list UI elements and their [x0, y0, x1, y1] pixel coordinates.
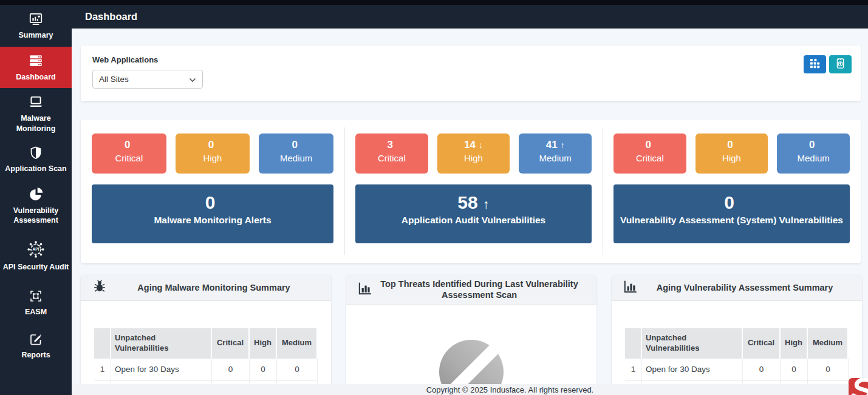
critical-count: 0	[125, 139, 130, 150]
panel-header: Top Threats Identified During Last Vulne…	[346, 275, 596, 305]
copyright-text: Copyright © 2025 Indusface. All rights r…	[426, 385, 594, 394]
sidebar-item-api-security-audit[interactable]: API API Security Audit	[0, 232, 72, 281]
severity-label: Medium	[259, 153, 333, 163]
filters-card: Web Applications All Sites	[81, 46, 861, 101]
sidebar-item-summary[interactable]: Summary	[0, 5, 72, 47]
row-critical: 0	[212, 359, 250, 380]
sidebar-item-label: Summary	[19, 30, 53, 41]
critical-count: 0	[646, 139, 651, 150]
frame-scan-icon	[29, 289, 43, 303]
support-chat-badge[interactable]	[849, 378, 868, 395]
sidebar-item-label: Application Scan	[5, 164, 66, 174]
sidebar-item-label: EASM	[25, 307, 47, 317]
table-header-high: High	[781, 328, 808, 359]
critical-stat-card[interactable]: 0 Critical	[613, 133, 686, 174]
medium-stat-card[interactable]: 0 Medium	[259, 133, 333, 174]
panel-title: Aging Malware Monitoring Summary	[114, 282, 314, 293]
total-count: 0	[724, 192, 734, 212]
severity-label: Critical	[355, 153, 428, 163]
medium-count: 0	[292, 139, 297, 150]
trend-arrow: ↑	[561, 140, 565, 150]
report-upload-icon	[835, 58, 846, 71]
stat-group-application-audit: 3 Critical 14↓ High 41↑ Medium 58↑ Appli…	[344, 120, 603, 263]
medium-count: 41	[546, 139, 558, 150]
total-label: Application Audit Vulnerabilities	[355, 215, 592, 226]
total-count: 0	[205, 192, 216, 212]
high-stat-card[interactable]: 14↓ High	[437, 133, 510, 174]
critical-stat-card[interactable]: 3 Critical	[355, 133, 428, 174]
sidebar-item-easm[interactable]: EASM	[0, 280, 72, 326]
critical-stat-card[interactable]: 0 Critical	[92, 133, 166, 174]
sidebar-item-application-scan[interactable]: Application Scan	[0, 140, 72, 180]
edit-report-icon	[29, 332, 43, 346]
table-row: 1 Open for 30 Days 0 0 0	[625, 359, 849, 380]
footer: Copyright © 2025 Indusface. All rights r…	[72, 384, 868, 395]
stats-divider	[344, 127, 345, 255]
row-medium: 0	[277, 359, 318, 380]
panel-title: Top Threats Identified During Last Vulne…	[379, 279, 579, 300]
medium-count: 0	[809, 139, 815, 150]
trend-arrow: ↓	[479, 140, 483, 150]
row-index: 1	[625, 359, 642, 380]
pie-chart-icon	[28, 186, 44, 202]
malware-monitoring-alerts-total-card[interactable]: 0 Malware Monitoring Alerts	[92, 184, 333, 243]
panel-title: Aging Vulnerability Assessment Summary	[644, 282, 845, 293]
table-header-medium: Medium	[808, 328, 849, 359]
severity-label: Critical	[613, 153, 686, 163]
row-index: 1	[94, 359, 111, 380]
severity-label: High	[437, 153, 510, 163]
web-applications-label: Web Applications	[92, 55, 158, 64]
high-count: 0	[208, 139, 214, 150]
bug-icon	[92, 279, 108, 297]
table-header-high: High	[250, 328, 277, 359]
server-stack-icon	[28, 53, 44, 69]
stats-card: 0 Critical 0 High 0 Medium 0 Malware Mon…	[81, 120, 861, 263]
sidebar: Summary Dashboard	[0, 5, 72, 395]
summary-icon	[28, 11, 44, 27]
high-stat-card[interactable]: 0 High	[176, 133, 250, 174]
high-count: 14	[464, 139, 476, 150]
bar-chart-icon	[357, 280, 373, 299]
export-report-button[interactable]	[829, 55, 852, 73]
high-stat-card[interactable]: 0 High	[695, 133, 768, 174]
site-selector-value: All Sites	[99, 75, 189, 84]
severity-label: Critical	[92, 153, 166, 163]
page-title: Dashboard	[85, 5, 137, 29]
sidebar-item-label: Vulnerability Assessment	[2, 206, 69, 226]
total-count: 58	[457, 192, 477, 212]
table-row: 1 Open for 30 Days 0 0 0	[94, 359, 318, 380]
severity-label: High	[176, 153, 250, 163]
window-top-strip	[0, 0, 868, 5]
vulnerability-assessment-system-total-card[interactable]: 0 Vulnerability Assessment (System) Vuln…	[613, 184, 850, 243]
laptop-icon	[28, 94, 44, 110]
high-count: 0	[727, 139, 733, 150]
medium-stat-card[interactable]: 0 Medium	[777, 133, 850, 174]
total-label: Malware Monitoring Alerts	[92, 215, 333, 226]
site-selector[interactable]: All Sites	[92, 70, 203, 89]
table-header-name: Unpatched Vulnerabilities	[111, 328, 212, 359]
application-audit-vulnerabilities-total-card[interactable]: 58↑ Application Audit Vulnerabilities	[355, 184, 592, 243]
customize-widgets-button[interactable]	[804, 55, 826, 73]
table-header-index	[625, 328, 642, 359]
sidebar-item-dashboard[interactable]: Dashboard	[0, 47, 72, 89]
stat-group-vulnerability-assessment: 0 Critical 0 High 0 Medium 0 Vulnerabili…	[603, 120, 861, 263]
aging-malware-monitoring-panel: Aging Malware Monitoring Summary Unpatch…	[81, 275, 331, 395]
svg-text:API: API	[33, 247, 39, 251]
row-high: 0	[781, 359, 808, 380]
table-header-index	[94, 328, 111, 359]
severity-label: Medium	[777, 153, 850, 163]
sidebar-item-label: API Security Audit	[3, 262, 69, 272]
sidebar-item-reports[interactable]: Reports	[0, 326, 72, 366]
row-name: Open for 30 Days	[642, 359, 743, 380]
aging-vulnerability-assessment-panel: Aging Vulnerability Assessment Summary U…	[612, 275, 862, 395]
sidebar-item-vulnerability-assessment[interactable]: Vulnerability Assessment	[0, 180, 72, 232]
table-header-name: Unpatched Vulnerabilities	[642, 328, 743, 359]
sidebar-item-label: Dashboard	[16, 72, 55, 83]
sidebar-item-malware-monitoring[interactable]: Malware Monitoring	[0, 88, 72, 140]
sidebar-item-label: Reports	[21, 350, 50, 360]
top-threats-panel: Top Threats Identified During Last Vulne…	[346, 275, 596, 395]
sidebar-item-label: Malware Monitoring	[2, 113, 69, 133]
shield-icon	[29, 146, 43, 160]
medium-stat-card[interactable]: 41↑ Medium	[519, 133, 592, 174]
table-header-medium: Medium	[277, 328, 318, 359]
